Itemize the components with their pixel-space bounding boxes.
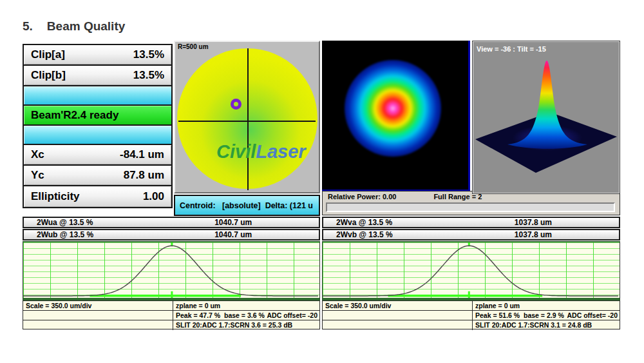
2wva-value: 1037.8 um [448,218,619,227]
yc-label: Yc [31,169,44,182]
relative-power-label: Relative Power: 0.00 [328,193,396,201]
crosshair-vertical [247,48,249,190]
beam-2d-spot [345,60,441,157]
beam-quality-report: 5.Beam Quality Clip[a] 13.5% Clip[b] 13.… [0,0,644,363]
ellipticity-row[interactable]: Ellipticity 1.00 [24,186,171,207]
profile-info-u: Scale = 350.0 um/div zplane = 0 um Peak … [23,300,320,329]
zplane-label-u: zplane = 0 um [173,301,319,310]
beam-3d-view[interactable]: View = -36 : Tilt = -15 [472,41,620,194]
peak-base-v: Peak = 51.6 % base = 2.9 % [475,311,564,320]
clip-a-row[interactable]: Clip[a] 13.5% [24,45,171,66]
device-status-text: Beam'R2.4 ready [31,109,118,122]
width-row-2wua[interactable]: 2Wua @ 13.5 % 1040.7 um [23,217,320,228]
2wua-value: 1040.7 um [147,218,319,227]
beam-profile-curve-v [323,242,620,298]
empty-cell [23,320,173,330]
yc-value: 87.8 um [124,169,164,182]
clip-b-label: Clip[b] [31,69,66,82]
beam-position-display[interactable]: R=500 um [174,41,320,193]
centroid-text: Centroid: [absolute] Delta: (121 u [180,201,313,210]
cyan-separator-bar-top [24,86,171,106]
beam-2d-view[interactable] [322,41,470,191]
xc-label: Xc [31,148,44,161]
beam-profile-plot-u [23,241,320,300]
slit-info-u: SLIT 20:ADC 1.7:SCRN 3.6 = 25.3 dB [173,320,319,330]
width-row-2wvb[interactable]: 2Wvb @ 13.5 % 1037.8 um [322,229,620,240]
2wvb-label: 2Wvb @ 13.5 % [323,230,448,239]
beam-centroid-marker [231,99,242,110]
section-number: 5. [23,19,33,33]
scale-label-v: Scale = 350.0 um/div [323,301,473,310]
peak-base-u: Peak = 47.7 % base = 3.6 % [176,311,265,320]
ellipticity-label: Ellipticity [31,190,80,203]
empty-cell [323,311,473,320]
width-row-2wub[interactable]: 2Wub @ 13.5 % 1040.7 um [23,229,320,240]
status-panel: Clip[a] 13.5% Clip[b] 13.5% Beam'R2.4 re… [23,44,173,208]
clip-a-value: 13.5% [133,48,164,61]
xc-row[interactable]: Xc -84.1 um [24,145,171,166]
section-title: Beam Quality [47,19,125,33]
beam-3d-plot [473,41,620,193]
power-progress-bar [326,202,615,212]
beam-profile-curve-u [23,242,319,298]
clip-a-label: Clip[a] [31,48,65,61]
ellipticity-value: 1.00 [143,190,164,203]
profile-info-v: Scale = 350.0 um/div zplane = 0 um Peak … [322,300,620,329]
centroid-info-bar[interactable]: Centroid: [absolute] Delta: (121 u [174,195,320,216]
beam-profile-plot-v [322,241,620,300]
adc-offset-u: ADC offset= -20 [267,311,317,320]
clip-b-value: 13.5% [133,69,164,82]
scale-label-u: Scale = 350.0 um/div [23,301,173,310]
xc-value: -84.1 um [120,148,164,161]
relative-power-strip: Relative Power: 0.00 Full Range = 2 [322,191,620,215]
clip-b-row[interactable]: Clip[b] 13.5% [24,66,171,86]
width-row-2wva[interactable]: 2Wva @ 13.5 % 1037.8 um [322,217,620,228]
view-tilt-label: View = -36 : Tilt = -15 [477,45,546,53]
2wua-label: 2Wua @ 13.5 % [24,218,147,227]
page-title: 5.Beam Quality [23,19,125,34]
cyan-separator-bar-bottom [24,126,171,145]
empty-cell [323,320,473,330]
zplane-label-v: zplane = 0 um [473,301,620,310]
2wub-label: 2Wub @ 13.5 % [24,230,147,239]
aperture-radius-label: R=500 um [178,43,209,50]
empty-cell [23,311,173,320]
slit-info-v: SLIT 20:ADC 1.7:SCRN 3.1 = 24.8 dB [473,320,620,330]
yc-row[interactable]: Yc 87.8 um [24,166,171,186]
device-status-bar: Beam'R2.4 ready [24,106,171,126]
crosshair-horizontal [178,121,316,122]
2wub-value: 1040.7 um [147,230,319,239]
2wva-label: 2Wva @ 13.5 % [323,218,448,227]
adc-offset-v: ADC offset= -20 [567,311,618,320]
2wvb-value: 1037.8 um [448,230,619,239]
